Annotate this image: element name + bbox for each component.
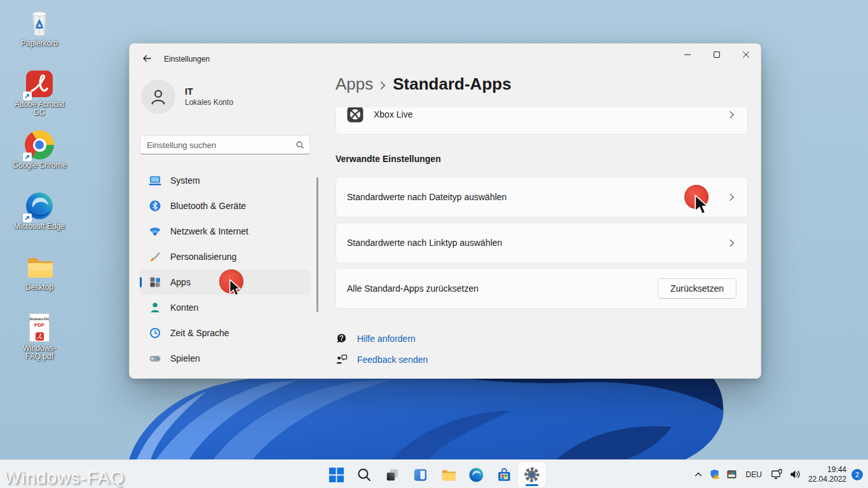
account-header[interactable]: IT Lokales Konto xyxy=(140,79,310,114)
sidebar-item-label: Zeit & Sprache xyxy=(170,328,229,338)
desktop-icon-desktop-folder[interactable]: Desktop xyxy=(9,249,70,310)
sidebar-item-label: Personalisierung xyxy=(170,252,236,262)
task-view-button[interactable] xyxy=(378,462,406,487)
sidebar-item-system[interactable]: System xyxy=(140,168,310,193)
reset-button[interactable]: Zurücksetzen xyxy=(658,278,736,299)
tray-app-colorful-grid-icon[interactable] xyxy=(723,463,740,486)
notification-badge[interactable]: 2 xyxy=(851,469,863,480)
desktop-icon-pdf-file[interactable]: Windows-FAQ PDF Windows-FAQ.pdf xyxy=(9,310,70,371)
sidebar-item-network[interactable]: Netzwerk & Internet xyxy=(140,219,310,244)
account-type: Lokales Konto xyxy=(185,98,233,107)
sidebar-item-label: Bluetooth & Geräte xyxy=(170,201,246,211)
desktop-icon-edge[interactable]: Microsoft Edge xyxy=(9,188,70,249)
volume-icon[interactable] xyxy=(786,463,804,486)
card-label: Standardwerte nach Linktyp auswählen xyxy=(347,238,502,248)
widgets-icon xyxy=(412,467,428,483)
desktop-icon-chrome[interactable]: Google Chrome xyxy=(9,127,70,188)
card-defaults-by-linktype[interactable]: Standardwerte nach Linktyp auswählen xyxy=(336,222,748,263)
sidebar-item-gaming[interactable]: Spielen xyxy=(140,346,310,371)
shortcut-arrow-icon xyxy=(23,214,32,222)
widgets-button[interactable] xyxy=(406,462,434,487)
selected-indicator xyxy=(140,277,142,287)
tray-chevron-up-icon[interactable] xyxy=(691,463,706,486)
start-button[interactable] xyxy=(322,462,350,487)
acrobat-mini-icon xyxy=(35,332,44,341)
sidebar-item-time-language[interactable]: Zeit & Sprache xyxy=(140,320,310,346)
sidebar-item-label: Netzwerk & Internet xyxy=(170,226,248,236)
task-view-icon xyxy=(384,467,400,483)
apps-icon xyxy=(149,276,161,288)
windows-start-icon xyxy=(329,467,344,483)
chrome-icon xyxy=(24,130,55,160)
taskbar-center-icons xyxy=(322,460,546,488)
settings-sidebar: IT Lokales Konto Syst xyxy=(140,74,310,378)
system-icon xyxy=(149,174,161,187)
acrobat-icon xyxy=(24,69,55,99)
breadcrumb-parent[interactable]: Apps xyxy=(336,74,373,94)
sidebar-item-accounts[interactable]: Konten xyxy=(140,295,310,320)
time-language-icon xyxy=(149,327,161,339)
back-button[interactable] xyxy=(137,49,156,68)
desktop-icon-label: Adobe Acrobat DC xyxy=(9,100,70,117)
card-reset-default-apps: Alle Standard-Apps zurücksetzen Zurückse… xyxy=(336,268,748,309)
sidebar-item-label: Spielen xyxy=(170,353,200,363)
desktop-icon-label: Desktop xyxy=(25,283,53,292)
personalization-icon xyxy=(149,250,161,263)
taskbar: DEU 19:44 22.04.2022 2 xyxy=(0,459,868,488)
language-indicator[interactable]: DEU xyxy=(740,463,768,486)
sidebar-item-label: Apps xyxy=(170,277,191,287)
card-label: Alle Standard-Apps zurücksetzen xyxy=(347,283,478,294)
edge-icon xyxy=(24,191,55,221)
gaming-icon xyxy=(149,352,161,365)
sidebar-item-label: System xyxy=(170,175,200,186)
accounts-icon xyxy=(149,301,161,314)
desktop-icon-recycle-bin[interactable]: Papierkorb xyxy=(9,5,70,66)
clock[interactable]: 19:44 22.04.2022 xyxy=(804,465,850,484)
sidebar-item-apps[interactable]: Apps xyxy=(140,269,310,295)
active-app-indicator xyxy=(526,484,538,486)
microsoft-store-button[interactable] xyxy=(490,462,518,487)
settings-nav: System Bluetooth & Geräte xyxy=(140,168,310,371)
store-icon xyxy=(496,467,512,483)
card-defaults-by-filetype[interactable]: Standardwerte nach Dateityp auswählen xyxy=(336,177,748,217)
security-shield-icon[interactable] xyxy=(706,463,723,486)
footer-links: Hilfe anfordern Feedback senden xyxy=(336,332,748,366)
section-title: Verwandte Einstellungen xyxy=(336,154,748,166)
related-settings-cards: Standardwerte nach Dateityp auswählen St… xyxy=(336,177,748,309)
sidebar-item-label: Konten xyxy=(170,302,198,313)
desktop-icon-label: Microsoft Edge xyxy=(14,222,65,231)
app-item-label: Xbox Live xyxy=(374,109,412,119)
shortcut-arrow-icon xyxy=(23,152,32,161)
xbox-live-icon xyxy=(347,107,363,123)
breadcrumb: Apps Standard-Apps xyxy=(336,74,512,94)
file-explorer-button[interactable] xyxy=(434,462,462,487)
settings-window: Einstellungen xyxy=(129,43,761,379)
breadcrumb-current: Standard-Apps xyxy=(393,74,511,94)
settings-scroll-area: Xbox Live Verwandte Einstellungen Standa… xyxy=(336,107,748,378)
edge-taskbar-button[interactable] xyxy=(462,462,490,487)
window-title: Einstellungen xyxy=(164,55,210,64)
file-explorer-icon xyxy=(440,467,456,483)
get-help-link[interactable]: Hilfe anfordern xyxy=(336,332,416,345)
wallpaper-bloom-graphic xyxy=(118,374,763,460)
send-feedback-link[interactable]: Feedback senden xyxy=(336,353,428,366)
sidebar-scrollbar[interactable] xyxy=(316,177,318,312)
chevron-right-icon xyxy=(727,238,736,248)
link-label: Hilfe anfordern xyxy=(357,334,416,344)
sidebar-item-personalization[interactable]: Personalisierung xyxy=(140,244,310,269)
feedback-icon xyxy=(336,353,348,365)
breadcrumb-separator-icon xyxy=(379,80,386,91)
app-list-item-xbox-live[interactable]: Xbox Live xyxy=(336,107,748,135)
desktop-screen: Papierkorb Adobe Acrobat DC xyxy=(0,0,868,488)
settings-search xyxy=(140,135,310,154)
sidebar-item-bluetooth[interactable]: Bluetooth & Geräte xyxy=(140,193,310,219)
network-icon[interactable] xyxy=(768,463,786,486)
desktop-icon-label: Windows-FAQ.pdf xyxy=(9,344,70,361)
settings-taskbar-button[interactable] xyxy=(518,462,546,487)
avatar xyxy=(141,79,175,114)
taskbar-search-button[interactable] xyxy=(350,462,378,487)
chevron-right-icon xyxy=(727,110,736,119)
search-input[interactable] xyxy=(140,135,310,154)
search-icon xyxy=(356,467,372,482)
desktop-icon-acrobat[interactable]: Adobe Acrobat DC xyxy=(9,66,70,127)
